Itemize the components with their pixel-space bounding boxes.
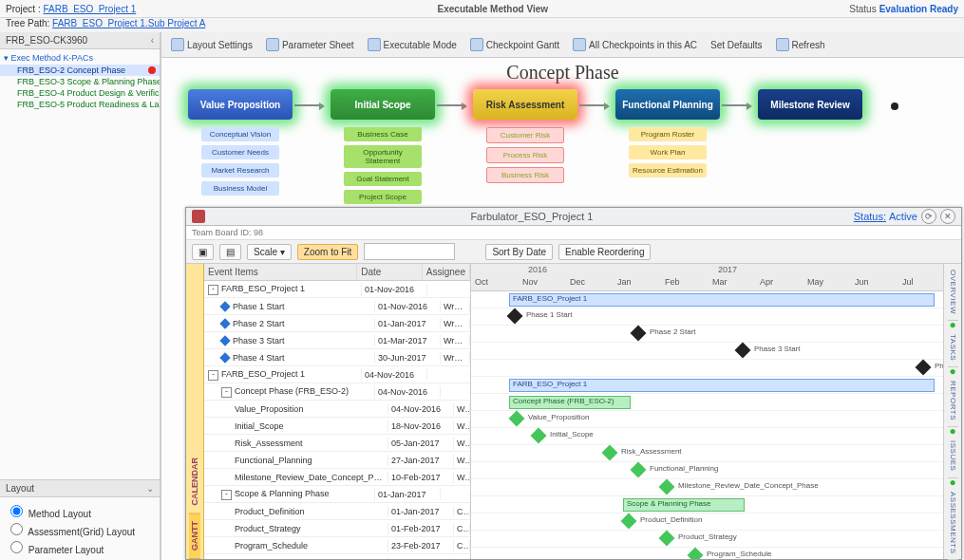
gantt-milestone-icon[interactable] [531,428,547,444]
stage-node[interactable]: Functional Planning [615,89,720,120]
expand-icon[interactable]: - [208,370,218,381]
expand-all-button[interactable]: ▤ [219,244,241,260]
gantt-milestone-icon[interactable] [735,343,751,359]
gantt-bar[interactable]: Scope & Planning Phase [623,498,745,512]
tree-item[interactable]: FRB_ESO-3 Scope & Planning Phase [0,76,160,87]
table-row[interactable]: Phase 2 Start01-Jan-2017Wroblewski, Jame… [204,315,470,332]
side-tab[interactable]: GANTT [189,513,200,559]
stage-sub-chip[interactable]: Conceptual Vision [201,127,279,141]
gantt-bar[interactable]: Concept Phase (FRB_ESO-2) [509,396,631,409]
tree-root[interactable]: ▾ Exec Method K-PACs [0,51,160,65]
gantt-milestone-icon[interactable] [509,411,525,427]
table-row[interactable]: Phase 3 Start01-Mar-2017Wroblewski, Jame… [204,332,470,349]
table-row[interactable]: Functional_Planning27-Jan-2017Wroblewski… [204,452,470,469]
tree-item[interactable]: FRB_ESO-4 Product Design & Verification … [0,87,160,99]
table-row[interactable]: Phase 4 Start30-Jun-2017Wroblewski, Jame… [204,349,470,366]
right-tab[interactable]: ISSUES [948,435,958,477]
right-tab[interactable]: TASKS [948,328,958,367]
layout-settings-button[interactable]: Layout Settings [167,36,256,53]
gantt-milestone-icon[interactable] [659,531,675,547]
tree-path-link[interactable]: FARB_ESO_Project 1.Sub Project A [52,18,205,28]
stage-sub-chip[interactable]: Business Risk [486,167,564,183]
stage-sub-chip[interactable]: Program Roster [629,127,707,141]
zoom-fit-button[interactable]: Zoom to Fit [297,244,359,260]
collapse-all-button[interactable]: ▣ [192,244,214,260]
all-checkpoints-button[interactable]: All Checkpoints in this AC [569,36,701,53]
table-row[interactable]: Value_Proposition04-Nov-2016Wroblewski, … [204,401,470,418]
stage-sub-chip[interactable]: Process Risk [486,147,564,163]
gantt-milestone-icon[interactable] [659,479,675,495]
stage-sub-chip[interactable]: Customer Risk [486,127,564,143]
tree-item[interactable]: FRB_ESO-2 Concept Phase [0,65,160,76]
stage-sub-chip[interactable]: Opportunity Statement [344,145,422,168]
stage-node[interactable]: Initial Scope [331,89,435,120]
parameter-sheet-button[interactable]: Parameter Sheet [262,36,358,53]
gantt-titlebar[interactable]: Farbulator_ESO_Project 1 Status: Active … [186,208,961,226]
gantt-bar[interactable]: FARB_ESO_Project 1 [509,293,935,307]
table-row[interactable]: -Concept Phase (FRB_ESO-2)04-Nov-2016 [204,383,470,401]
stage-sub-chip[interactable]: Project Scope [344,190,422,204]
gantt-milestone-icon[interactable] [688,548,704,559]
gantt-milestone-icon[interactable] [631,326,647,342]
executable-mode-button[interactable]: Executable Mode [364,36,461,53]
search-input[interactable] [364,243,455,260]
gantt-milestone-icon[interactable] [602,445,618,461]
expand-icon[interactable]: - [221,490,232,500]
gantt-milestone-icon[interactable] [507,308,523,325]
gantt-milestone-icon[interactable] [621,513,637,530]
stage-node[interactable]: Value Proposition [188,89,293,120]
flow-stage[interactable]: Initial ScopeBusiness CaseOpportunity St… [331,89,435,208]
table-row[interactable]: Initial_Scope18-Nov-2016Wroblewski, Jame… [204,418,470,435]
table-row[interactable]: Phase 1 Start01-Nov-2016Wroblewski, Jame… [204,298,470,315]
table-row[interactable]: -FARB_ESO_Project 101-Nov-2016 [204,281,470,298]
left-panel-header[interactable]: FRB_ESO-CK3960 ‹ [0,32,160,49]
stage-node[interactable]: Milestone Review [758,89,862,120]
right-tab[interactable]: REPORTS [948,375,958,427]
layout-option[interactable]: Parameter Layout [6,538,154,555]
table-row[interactable]: Risk_Assessment05-Jan-2017Wroblewski, Ja… [204,435,470,452]
set-defaults-button[interactable]: Set Defaults [707,38,766,52]
side-tab[interactable]: CALENDAR [189,450,200,514]
stage-sub-chip[interactable]: Goal Statement [344,172,422,186]
table-row[interactable]: Milestone_Review_Scope_and_Planning01-Ma… [204,554,470,559]
expand-icon[interactable]: - [208,285,218,295]
table-row[interactable]: -FARB_ESO_Project 104-Nov-2016 [204,366,470,383]
stage-sub-chip[interactable]: Business Case [344,127,422,141]
flow-stage[interactable]: Risk AssessmentCustomer RiskProcess Risk… [473,89,577,187]
right-tab[interactable]: ASSESSMENTS [948,486,958,561]
stage-node[interactable]: Risk Assessment [473,89,577,120]
stage-sub-chip[interactable]: Market Research [201,163,279,177]
table-row[interactable]: -Scope & Planning Phase01-Jan-2017 [204,486,470,503]
gantt-milestone-icon[interactable] [631,462,647,478]
refresh-button[interactable]: Refresh [772,36,829,53]
flow-stage[interactable]: Milestone Review [758,89,862,120]
gantt-bar[interactable]: FARB_ESO_Project 1 [509,379,935,392]
layout-option[interactable]: Method Layout [6,502,154,519]
table-row[interactable]: Product_Definition01-Jan-2017Castelino, … [204,503,470,520]
layout-panel-header[interactable]: Layout ⌄ [0,480,160,497]
stage-sub-chip[interactable]: Work Plan [629,145,707,159]
project-link[interactable]: FARB_ESO_Project 1 [43,4,136,14]
table-row[interactable]: Program_Schedule23-Feb-2017Castelino, Av… [204,537,470,554]
tree-item[interactable]: FRB_ESO-5 Product Readiness & Launch Pha… [0,99,160,110]
enable-reordering-button[interactable]: Enable Reordering [558,244,651,260]
stage-sub-chip[interactable]: Business Model [201,181,279,196]
gantt-milestone-icon[interactable] [916,360,932,376]
close-window-icon[interactable]: ✕ [940,209,955,224]
flow-stage[interactable]: Functional PlanningProgram RosterWork Pl… [615,89,720,181]
right-tab[interactable]: OVERVIEW [948,264,958,321]
sort-by-date-button[interactable]: Sort By Date [485,244,553,260]
collapse-icon[interactable]: ‹ [151,35,154,46]
refresh-window-icon[interactable]: ⟳ [921,209,936,224]
checkpoint-gantt-button[interactable]: Checkpoint Gantt [466,36,563,53]
stage-sub-chip[interactable]: Resource Estimation [629,163,707,177]
stage-sub-chip[interactable]: Customer Needs [201,145,279,159]
flow-stage[interactable]: Value PropositionConceptual VisionCustom… [188,89,293,199]
gantt-rows[interactable]: -FARB_ESO_Project 101-Nov-2016Phase 1 St… [204,281,470,559]
table-row[interactable]: Product_Strategy01-Feb-2017Castelino, Av… [204,520,470,537]
scale-dropdown[interactable]: Scale ▾ [247,244,292,260]
table-row[interactable]: Milestone_Review_Date_Concept_Phase10-Fe… [204,469,470,486]
gantt-chart[interactable]: FARB_ESO_Project 1Phase 1 StartPhase 2 S… [471,291,943,559]
expand-icon[interactable]: - [221,387,232,398]
layout-option[interactable]: Assessment(Grid) Layout [6,520,154,537]
